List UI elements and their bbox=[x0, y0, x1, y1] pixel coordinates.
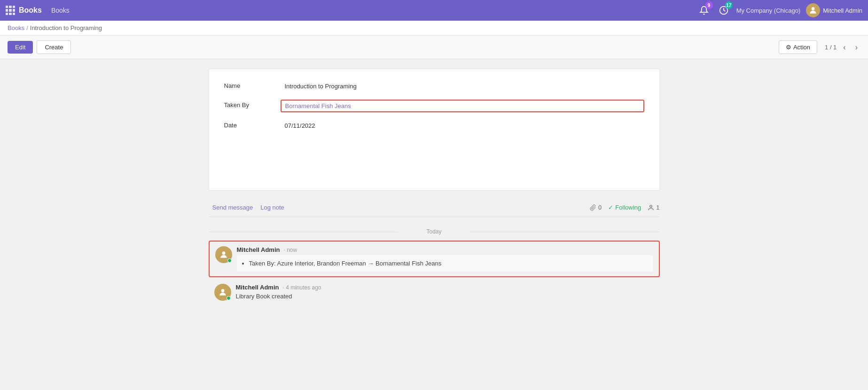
add-follower-button[interactable]: 1 bbox=[648, 204, 659, 211]
svg-point-4 bbox=[221, 289, 224, 292]
message-content: Mitchell Admin · now Taken By: Azure Int… bbox=[237, 246, 653, 272]
name-field-row: Name Introduction to Programing bbox=[224, 80, 644, 92]
activities-badge: 17 bbox=[725, 1, 733, 9]
chatter-section: Send message Log note 0 ✓ Following bbox=[209, 191, 660, 313]
breadcrumb-parent[interactable]: Books bbox=[8, 24, 24, 31]
grid-icon[interactable] bbox=[6, 6, 15, 15]
followers-count: 0 bbox=[590, 204, 602, 211]
online-indicator bbox=[227, 258, 232, 263]
breadcrumb-separator: / bbox=[26, 24, 28, 31]
company-name: My Company (Chicago) bbox=[736, 7, 801, 14]
record-card: Name Introduction to Programing Taken By… bbox=[209, 69, 660, 191]
pagination: 1 / 1 ‹ › bbox=[825, 42, 860, 53]
name-value: Introduction to Programing bbox=[281, 80, 644, 92]
message-author: Mitchell Admin bbox=[237, 246, 280, 253]
app-name[interactable]: Books bbox=[19, 6, 42, 15]
avatar bbox=[806, 3, 820, 17]
svg-point-2 bbox=[650, 205, 652, 207]
checkmark-icon: ✓ bbox=[608, 204, 613, 211]
main-content: Name Introduction to Programing Taken By… bbox=[0, 59, 868, 322]
send-message-button[interactable]: Send message bbox=[209, 202, 257, 213]
svg-point-1 bbox=[812, 7, 815, 10]
date-value: 07/11/2022 bbox=[281, 120, 644, 132]
message-time: · 4 minutes ago bbox=[282, 284, 321, 291]
followers-number: 0 bbox=[598, 204, 602, 211]
navbar: Books Books 9 17 My Company (Chicago) bbox=[0, 0, 868, 21]
message-author: Mitchell Admin bbox=[236, 284, 279, 291]
action-button[interactable]: ⚙ Action bbox=[779, 40, 817, 54]
pagination-text: 1 / 1 bbox=[825, 44, 837, 51]
taken-by-link[interactable]: Bornamental Fish Jeans bbox=[285, 102, 351, 109]
message-item: Mitchell Admin · 4 minutes ago Library B… bbox=[209, 279, 660, 305]
breadcrumb-current: Introduction to Programing bbox=[30, 24, 102, 31]
user-menu[interactable]: Mitchell Admin bbox=[806, 3, 862, 17]
log-note-button[interactable]: Log note bbox=[257, 202, 288, 213]
add-follower-count: 1 bbox=[656, 204, 659, 211]
taken-by-value: Bornamental Fish Jeans bbox=[281, 100, 644, 112]
message-header: Mitchell Admin · now bbox=[237, 246, 653, 253]
action-toolbar: Edit Create ⚙ Action 1 / 1 ‹ › bbox=[0, 36, 868, 59]
svg-point-3 bbox=[222, 251, 225, 255]
notifications-button[interactable]: 9 bbox=[697, 3, 711, 17]
message-item: Mitchell Admin · now Taken By: Azure Int… bbox=[209, 241, 660, 277]
breadcrumb: Books / Introduction to Programing bbox=[8, 24, 102, 31]
navbar-menu-books[interactable]: Books bbox=[47, 5, 73, 16]
taken-by-label: Taken By bbox=[224, 100, 281, 109]
message-body: Library Book created bbox=[236, 293, 654, 300]
person-icon bbox=[648, 204, 654, 211]
message-body: Taken By: Azure Interior, Brandon Freema… bbox=[237, 255, 653, 272]
following-button[interactable]: ✓ Following bbox=[608, 204, 641, 211]
message-header: Mitchell Admin · 4 minutes ago bbox=[236, 284, 654, 291]
avatar bbox=[215, 246, 232, 263]
breadcrumb-bar: Books / Introduction to Programing bbox=[0, 21, 868, 36]
message-thread: Today Mitchell Admin · now bbox=[209, 223, 660, 305]
online-indicator bbox=[227, 296, 231, 300]
taken-by-field-row: Taken By Bornamental Fish Jeans bbox=[224, 100, 644, 112]
avatar bbox=[214, 284, 231, 301]
chatter-toolbar: Send message Log note 0 ✓ Following bbox=[209, 198, 660, 217]
name-label: Name bbox=[224, 80, 281, 89]
gear-icon: ⚙ bbox=[786, 44, 791, 51]
pagination-prev[interactable]: ‹ bbox=[840, 42, 848, 53]
date-label: Date bbox=[224, 120, 281, 129]
message-time: · now bbox=[283, 247, 297, 253]
message-content: Mitchell Admin · 4 minutes ago Library B… bbox=[236, 284, 654, 301]
message-body-item: Taken By: Azure Interior, Brandon Freema… bbox=[249, 260, 649, 267]
navbar-left: Books Books bbox=[6, 5, 697, 16]
date-separator: Today bbox=[209, 228, 660, 235]
create-button[interactable]: Create bbox=[37, 40, 71, 54]
user-name: Mitchell Admin bbox=[823, 7, 862, 14]
activities-button[interactable]: 17 bbox=[717, 3, 731, 17]
edit-button[interactable]: Edit bbox=[8, 41, 33, 54]
date-field-row: Date 07/11/2022 bbox=[224, 120, 644, 132]
chatter-right: 0 ✓ Following 1 bbox=[590, 204, 659, 211]
pagination-next[interactable]: › bbox=[852, 42, 860, 53]
paperclip-icon bbox=[590, 204, 596, 211]
notifications-badge: 9 bbox=[705, 1, 713, 9]
navbar-right: 9 17 My Company (Chicago) Mitchell Admin bbox=[697, 3, 862, 17]
